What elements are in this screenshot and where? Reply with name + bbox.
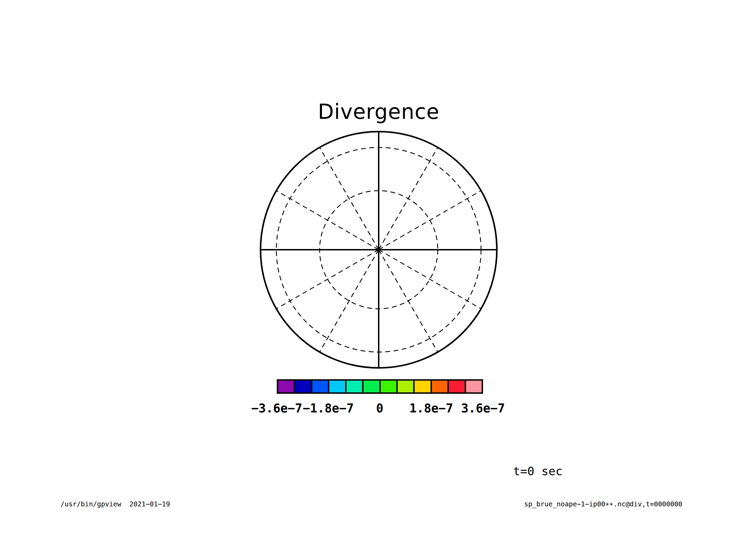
- colorbar-tick-label: 0: [376, 400, 383, 417]
- footer-command-and-date: /usr/bin/gpview 2021−01−19: [60, 500, 170, 508]
- polar-grid: [0, 0, 756, 534]
- chart-title: Divergence: [318, 99, 440, 124]
- colorbar-cell: [278, 381, 294, 392]
- plot-page: Divergence −3.6e−7 −1.8e−7 0 1.8e−7 3.6e…: [0, 0, 756, 534]
- colorbar-cell: [449, 381, 464, 392]
- colorbar-cell: [295, 381, 311, 392]
- colorbar-cell: [381, 381, 396, 392]
- footer-datafile-label: sp_brue_noape−1−ip00∗∗.nc@div,t=0000000: [524, 500, 682, 508]
- meridian-gridlines: [261, 132, 497, 368]
- colorbar-cell: [312, 381, 328, 392]
- colorbar-tick-label: 3.6e−7: [461, 400, 505, 417]
- colorbar-cell: [398, 381, 413, 392]
- colorbar-cell: [432, 381, 447, 392]
- colorbar-cell: [466, 381, 482, 392]
- colorbar-tick-label: 1.8e−7: [409, 400, 453, 417]
- colorbar: [277, 379, 483, 394]
- time-label: t=0 sec: [513, 464, 563, 478]
- colorbar-cell: [415, 381, 430, 392]
- colorbar-cell: [363, 381, 379, 392]
- colorbar-tick-labels: −3.6e−7 −1.8e−7 0 1.8e−7 3.6e−7: [0, 400, 756, 417]
- colorbar-cell: [347, 381, 362, 392]
- colorbar-tick-label: −1.8e−7: [303, 400, 354, 417]
- colorbar-tick-label: −3.6e−7: [251, 400, 302, 417]
- colorbar-cell: [329, 381, 345, 392]
